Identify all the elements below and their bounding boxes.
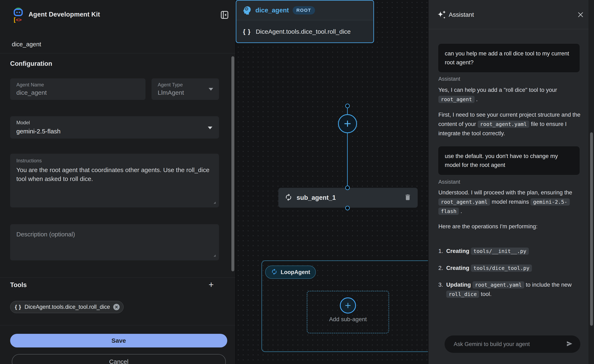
resize-handle-icon[interactable] [213,254,216,258]
instructions-label: Instructions [16,158,42,164]
loop-agent-badge-label: LoopAgent [281,269,310,276]
agent-type-label: Agent Type [158,82,183,88]
selected-agent-title: dice_agent [12,41,41,48]
sub-agent-name: sub_agent_1 [297,194,336,201]
close-icon[interactable] [577,11,584,18]
model-select[interactable]: Model gemini-2.5-flash [10,116,219,139]
assistant-header: Assistant [428,0,594,29]
app-title: Agent Development Kit [28,11,100,18]
chat-input[interactable]: Ask Gemini to build your agent [445,336,580,353]
agent-development-kit-app: [ <> Agent Development Kit dice_agent Co… [0,0,594,364]
tool-chip[interactable]: { } DiceAgent.tools.dice_tool.roll_dice … [10,301,124,313]
chat-input-placeholder: Ask Gemini to build your agent [454,341,566,347]
list-number: 2. [438,264,446,273]
model-label: Model [16,120,30,126]
remove-tool-icon[interactable]: ✕ [113,304,120,310]
tools-heading: Tools [10,281,27,289]
collapse-panel-icon[interactable] [221,11,229,19]
assistant-paragraph: Here are the operations I'm performing: [438,222,581,231]
instructions-textarea[interactable]: Instructions You are the root agent that… [10,154,219,207]
agent-name-label: Agent Name [16,82,44,88]
cancel-button[interactable]: Cancel [12,354,226,364]
chevron-down-icon [209,88,213,91]
save-button[interactable]: Save [10,334,227,347]
list-item: 1. Creating tools/__init__.py [438,246,581,256]
list-number: 1. [438,246,446,256]
agent-type-select[interactable]: Agent Type LlmAgent [151,78,219,100]
root-node-tool-label: DiceAgent.tools.dice_tool.roll_dice [256,28,351,35]
loop-icon [271,268,277,276]
root-agent-node[interactable]: ⚙ dice_agent ROOT { } DiceAgent.tools.di… [236,0,374,43]
svg-text:<>: <> [16,17,22,23]
description-textarea[interactable]: Description (optional) [10,224,219,260]
gear-icon: ⚙ [244,6,249,12]
insert-agent-button[interactable] [338,114,357,133]
list-item-content: Updating root_agent.yaml to include the … [446,280,573,299]
add-sub-agent-label: Add sub-agent [307,316,389,323]
sub-agent-output-port[interactable] [345,206,350,210]
assistant-title: Assistant [449,11,474,18]
assistant-paragraph: Understood. I will proceed with the plan… [438,188,581,216]
root-node-output-port[interactable] [345,104,350,108]
list-item-content: Creating tools/__init__.py [446,246,573,256]
list-item-content: Creating tools/dice_tool.py [446,264,573,273]
assistant-scrollbar-track[interactable] [589,0,594,364]
code-braces-icon: { } [15,304,21,310]
chevron-down-icon [208,126,212,129]
config-panel: [ <> Agent Development Kit dice_agent Co… [0,0,236,364]
tool-chip-label: DiceAgent.tools.dice_tool.roll_dice [24,304,110,310]
sync-icon [284,193,292,202]
adk-logo-icon: [ <> [13,7,24,23]
assistant-paragraph: Yes, I can help you add a "roll dice" to… [438,85,581,104]
divider [0,278,235,278]
assistant-message-label: Assistant [438,179,460,185]
delete-sub-agent-icon[interactable] [404,194,412,202]
add-sub-agent-button[interactable] [340,298,356,314]
agent-graph-canvas[interactable]: ⚙ dice_agent ROOT { } DiceAgent.tools.di… [236,0,428,364]
operations-list: 1. Creating tools/__init__.py 2. Creatin… [438,246,581,306]
sparkle-icon [437,9,447,20]
list-item: 3. Updating root_agent.yaml to include t… [438,280,581,299]
root-node-header: ⚙ dice_agent ROOT [236,1,373,20]
assistant-panel: Assistant can you help me add a roll dic… [428,0,594,364]
root-node-name: dice_agent [255,7,289,14]
assistant-message-label: Assistant [438,76,460,82]
list-item: 2. Creating tools/dice_tool.py [438,264,581,273]
root-node-tool-row: { } DiceAgent.tools.dice_tool.roll_dice [236,20,373,43]
user-message: can you help me add a roll dice tool to … [438,43,580,73]
description-placeholder: Description (optional) [16,231,75,238]
model-value: gemini-2.5-flash [16,128,61,135]
code-braces-icon: { } [243,28,251,35]
add-tool-button[interactable]: + [209,280,214,289]
configuration-heading: Configuration [10,60,52,67]
list-number: 3. [438,280,446,299]
user-message: use the default. you don't have to chang… [438,146,580,175]
sub-agent-node[interactable]: sub_agent_1 [278,188,418,208]
agent-name-value: dice_agent [16,89,47,96]
assistant-paragraph: First, I need to see your current projec… [438,110,581,138]
loop-agent-badge[interactable]: LoopAgent [265,265,316,279]
send-icon[interactable] [566,340,573,348]
instructions-value: You are the root agent that coordinates … [16,166,213,183]
agent-type-value: LlmAgent [158,89,184,96]
root-badge: ROOT [293,6,315,14]
agent-name-field[interactable]: Agent Name dice_agent [10,78,146,100]
config-scrollbar[interactable] [231,56,234,271]
agent-head-icon: ⚙ [242,6,252,15]
sub-agent-input-port[interactable] [345,185,350,190]
resize-handle-icon[interactable] [213,201,216,205]
assistant-scrollbar[interactable] [590,132,593,326]
